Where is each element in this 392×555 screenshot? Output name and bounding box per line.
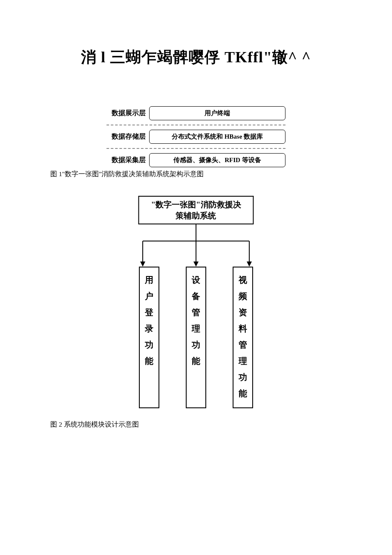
layer-label: 数据存储层 — [107, 132, 149, 141]
figure-2-module-tree: "数字一张图"消防救援决策辅助系统 用户登录功能 设备管理功能 视频资料管理功能 — [109, 196, 283, 418]
figure-2-caption: 图 2 系统功能模块设计示意图 — [50, 420, 392, 429]
layer-row: 数据存储层 分布式文件系统和 HBase 数据库 — [107, 130, 285, 144]
tree-child-box: 设备管理功能 — [186, 267, 206, 408]
divider-dashed — [107, 148, 285, 149]
layer-box: 用户终端 — [149, 106, 285, 120]
tree-child-box: 用户登录功能 — [139, 267, 159, 408]
tree-child-box: 视频资料管理功能 — [233, 267, 253, 408]
figure-1-architecture-diagram: 数据展示层 用户终端 数据存储层 分布式文件系统和 HBase 数据库 数据采集… — [107, 106, 285, 167]
figure-1-caption: 图 1"数字一张图"消防救援决策辅助系统架构示意图 — [50, 170, 392, 179]
svg-marker-5 — [140, 262, 145, 267]
layer-box: 分布式文件系统和 HBase 数据库 — [149, 130, 285, 144]
layer-label: 数据展示层 — [107, 109, 149, 118]
svg-marker-6 — [193, 262, 199, 267]
tree-children-row: 用户登录功能 设备管理功能 视频资料管理功能 — [109, 267, 283, 408]
layer-box: 传感器、摄像头、RFID 等设备 — [149, 153, 285, 167]
layer-row: 数据采集层 传感器、摄像头、RFID 等设备 — [107, 153, 285, 167]
layer-label: 数据采集层 — [107, 156, 149, 165]
document-page: 消 l 三蝴乍竭髀嘤俘 TKffl"辙^ ^ 数据展示层 用户终端 数据存储层 … — [0, 0, 392, 429]
layer-row: 数据展示层 用户终端 — [107, 106, 285, 120]
tree-connector-lines — [109, 224, 283, 267]
svg-marker-7 — [247, 262, 252, 267]
divider-dashed — [107, 125, 285, 125]
tree-root-box: "数字一张图"消防救援决策辅助系统 — [138, 196, 254, 224]
page-title: 消 l 三蝴乍竭髀嘤俘 TKffl"辙^ ^ — [0, 47, 392, 68]
